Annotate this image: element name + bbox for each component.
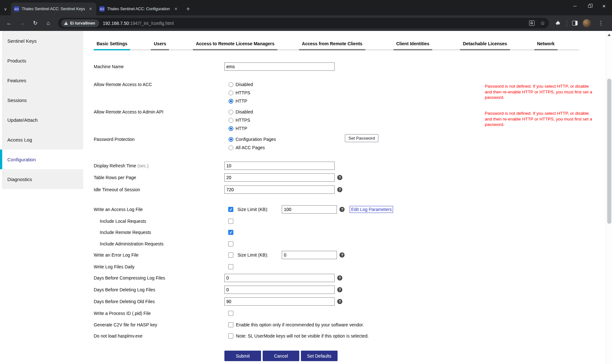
help-icon[interactable]: ? — [339, 207, 345, 212]
password-protection-all-pages-option[interactable]: All ACC Pages — [229, 143, 606, 152]
machine-name-label: Machine Name — [94, 62, 224, 71]
radio-icon[interactable] — [229, 82, 233, 87]
forward-icon[interactable]: → — [16, 20, 29, 26]
hasplmv-checkbox[interactable] — [228, 333, 233, 339]
password-protection-config-pages-option[interactable]: Configuration Pages — [229, 135, 606, 143]
idle-timeout-row: Idle Timeout of Session ? — [94, 186, 606, 194]
sidebar-item-products[interactable]: Products — [3, 51, 83, 70]
browser-tab-sentinel-keys[interactable]: ACC Thales Sentinel ACC: Sentinel Keys ✕ — [11, 3, 96, 15]
help-icon[interactable]: ? — [337, 275, 342, 280]
c2v-row: Generate C2V file for HASP key Enable th… — [94, 321, 606, 329]
scrollbar-up-arrow[interactable] — [608, 34, 611, 36]
close-icon[interactable]: ✕ — [173, 6, 178, 11]
tab-access-from-remote-clients[interactable]: Access from Remote Clients — [299, 40, 365, 50]
radio-icon[interactable] — [229, 145, 233, 150]
hasplmv-label: Do not load hasplmv.exe — [94, 332, 224, 340]
reload-icon[interactable]: ↻ — [29, 20, 42, 26]
url-text: 192.168.7.50:1947/_int_/config.html — [103, 21, 174, 26]
daily-log-checkbox[interactable] — [228, 264, 233, 269]
browser-menu-icon[interactable]: ⋮ — [596, 20, 606, 26]
security-badge[interactable]: ! Ei turvallinen — [61, 19, 99, 27]
access-log-checkbox-checked[interactable] — [228, 207, 233, 212]
include-remote-checkbox-checked[interactable] — [228, 230, 233, 235]
sidebar-item-update-attach[interactable]: Update/Attach — [3, 110, 83, 130]
sidebar-item-configuration[interactable]: Configuration — [0, 149, 83, 169]
idle-timeout-input[interactable] — [224, 186, 335, 194]
security-label: Ei turvallinen — [70, 21, 95, 25]
tab-users[interactable]: Users — [151, 40, 169, 50]
restore-button[interactable] — [582, 0, 597, 12]
include-local-checkbox[interactable] — [228, 219, 233, 224]
window-close-button[interactable]: ✕ — [597, 0, 611, 12]
sidebar-item-sessions[interactable]: Sessions — [3, 90, 83, 110]
help-icon[interactable]: ? — [337, 299, 342, 304]
help-icon[interactable]: ? — [337, 175, 342, 180]
bookmark-star-icon[interactable]: ☆ — [540, 20, 545, 26]
idle-timeout-label: Idle Timeout of Session — [94, 186, 224, 194]
help-icon[interactable]: ? — [337, 287, 342, 292]
access-log-size-input[interactable] — [282, 205, 337, 214]
include-local-label: Include Local Requests — [94, 217, 224, 225]
compress-days-input[interactable] — [224, 274, 335, 282]
minimize-button[interactable] — [567, 0, 582, 12]
profile-avatar[interactable] — [583, 19, 591, 27]
browser-tab-title: Thales Sentinel ACC: Configuration — [107, 7, 171, 11]
page-scrollbar[interactable] — [606, 31, 612, 364]
browser-tab-strip: ∨ ACC Thales Sentinel ACC: Sentinel Keys… — [0, 0, 612, 15]
c2v-checkbox[interactable] — [228, 322, 233, 327]
edit-log-parameters-link[interactable]: Edit Log Parameters — [350, 206, 393, 213]
submit-button[interactable]: Submit — [224, 351, 261, 361]
table-rows-input[interactable] — [224, 173, 335, 182]
daily-log-label: Write Log Files Daily — [94, 263, 224, 271]
new-tab-button[interactable]: + — [186, 6, 190, 12]
machine-name-input[interactable] — [224, 62, 335, 71]
browser-tab-configuration[interactable]: ACC Thales Sentinel ACC: Configuration ✕ — [96, 3, 182, 15]
include-admin-checkbox[interactable] — [228, 241, 233, 246]
radio-checked-icon[interactable] — [229, 137, 233, 142]
sidebar-item-diagnostics[interactable]: Diagnostics — [3, 169, 83, 189]
include-admin-label: Include Administration Requests — [94, 240, 224, 248]
help-icon[interactable]: ? — [339, 252, 345, 258]
delete-log-days-input[interactable] — [224, 286, 335, 294]
error-log-label: Write an Error Log File — [94, 251, 224, 259]
close-icon[interactable]: ✕ — [88, 6, 93, 11]
tab-client-identities[interactable]: Client Identities — [393, 40, 432, 50]
pid-file-checkbox[interactable] — [228, 311, 233, 316]
error-log-size-input[interactable] — [282, 251, 337, 259]
set-password-button[interactable]: Set Password — [345, 134, 378, 142]
url-path: :1947/_int_/config.html — [129, 21, 174, 26]
help-icon[interactable]: ? — [337, 187, 342, 192]
chevron-down-icon[interactable]: ∨ — [0, 3, 11, 15]
address-bar[interactable]: ! Ei turvallinen 192.168.7.50:1947/_int_… — [58, 18, 549, 28]
tab-network[interactable]: Network — [534, 40, 557, 50]
include-admin-row: Include Administration Requests — [94, 240, 606, 248]
sidebar-item-access-log[interactable]: Access Log — [3, 130, 83, 149]
tab-detachable-licenses[interactable]: Detachable Licenses — [460, 40, 510, 50]
c2v-note: Enable this option only if recommended b… — [236, 321, 364, 329]
sidebar-item-features[interactable]: Features — [3, 70, 83, 90]
set-defaults-button[interactable]: Set Defaults — [301, 351, 338, 361]
radio-icon[interactable] — [229, 118, 233, 123]
scrollbar-thumb[interactable] — [607, 79, 611, 224]
refresh-time-unit: (sec.) — [137, 163, 149, 168]
cancel-button[interactable]: Cancel — [263, 351, 299, 361]
c2v-label: Generate C2V file for HASP key — [94, 321, 224, 329]
back-icon[interactable]: ← — [3, 20, 16, 26]
side-panel-icon[interactable] — [572, 21, 578, 25]
sidebar-item-sentinel-keys[interactable]: Sentinel Keys — [3, 31, 83, 51]
tab-basic-settings[interactable]: Basic Settings — [94, 40, 130, 50]
error-log-size-label: Size Limit (KB): — [237, 252, 268, 258]
tab-access-to-remote-license-managers[interactable]: Access to Remote License Managers — [193, 40, 277, 50]
refresh-time-input[interactable] — [224, 162, 335, 170]
radio-icon[interactable] — [229, 110, 233, 114]
radio-checked-icon[interactable] — [229, 99, 233, 104]
radio-checked-icon[interactable] — [229, 126, 233, 131]
translate-icon[interactable]: G — [529, 20, 535, 26]
extensions-icon[interactable] — [555, 20, 561, 26]
hasplmv-note: Note: SL UserMode keys will not be visib… — [236, 332, 369, 340]
access-log-row: Write an Access Log File Size Limit (KB)… — [94, 205, 606, 214]
error-log-checkbox[interactable] — [228, 252, 233, 258]
delete-old-days-input[interactable] — [224, 297, 335, 306]
home-icon[interactable]: ⌂ — [42, 20, 55, 26]
radio-icon[interactable] — [229, 91, 233, 95]
